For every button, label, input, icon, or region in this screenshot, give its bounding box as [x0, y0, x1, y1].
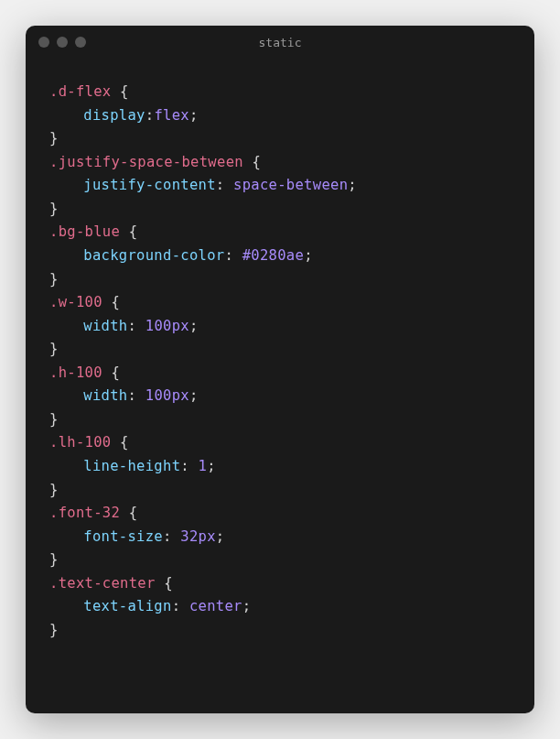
code-window: static .d-flex {display:flex;}.justify-s… — [26, 26, 534, 713]
css-property: display — [83, 107, 145, 124]
css-selector: .w-100 — [49, 294, 102, 310]
code-line-close: } — [49, 198, 511, 222]
css-property: font-size — [83, 528, 163, 545]
open-brace: { — [120, 223, 137, 240]
code-line-selector: .h-100 { — [49, 362, 511, 386]
semicolon: ; — [189, 318, 199, 334]
code-line-declaration: justify-content: space-between; — [49, 174, 511, 198]
code-line-close: } — [49, 338, 511, 362]
code-line-close: } — [49, 619, 511, 643]
code-line-close: } — [49, 408, 511, 432]
open-brace: { — [111, 434, 128, 451]
open-brace: { — [156, 575, 173, 592]
code-line-close: } — [49, 127, 511, 151]
css-property: width — [83, 387, 127, 404]
colon: : — [172, 598, 189, 614]
open-brace: { — [102, 364, 120, 381]
css-selector: .d-flex — [49, 83, 111, 100]
colon: : — [163, 528, 180, 545]
close-brace: } — [49, 411, 59, 428]
css-selector: .lh-100 — [49, 434, 111, 451]
window-title: static — [26, 36, 534, 49]
code-line-selector: .lh-100 { — [49, 431, 511, 455]
code-line-selector: .bg-blue { — [49, 221, 511, 245]
code-line-declaration: text-align: center; — [49, 595, 511, 619]
maximize-icon[interactable] — [75, 37, 86, 48]
css-property: justify-content — [83, 177, 215, 193]
code-area: .d-flex {display:flex;}.justify-space-be… — [26, 59, 534, 713]
semicolon: ; — [216, 528, 225, 545]
close-brace: } — [49, 271, 59, 288]
css-selector: .justify-space-between — [49, 154, 243, 170]
open-brace: { — [111, 83, 128, 100]
css-selector: .bg-blue — [49, 223, 120, 240]
css-value: 1 — [199, 458, 208, 474]
semicolon: ; — [304, 247, 313, 264]
close-brace: } — [49, 622, 59, 638]
semicolon: ; — [207, 458, 216, 474]
open-brace: { — [102, 294, 120, 310]
css-property: text-align — [83, 598, 171, 614]
colon: : — [216, 177, 233, 193]
css-property: line-height — [83, 458, 180, 474]
code-line-close: } — [49, 268, 511, 292]
semicolon: ; — [242, 598, 252, 614]
code-line-close: } — [49, 479, 511, 503]
css-value: center — [189, 598, 242, 614]
open-brace: { — [120, 505, 137, 521]
close-icon[interactable] — [38, 37, 49, 48]
code-line-selector: .w-100 { — [49, 291, 511, 315]
colon: : — [180, 458, 198, 474]
code-line-close: } — [49, 549, 511, 572]
colon: : — [224, 247, 242, 264]
css-value: #0280ae — [242, 247, 304, 264]
code-line-declaration: background-color: #0280ae; — [49, 245, 511, 268]
minimize-icon[interactable] — [57, 37, 68, 48]
semicolon: ; — [189, 387, 199, 404]
css-value: flex — [154, 107, 189, 124]
css-selector: .font-32 — [49, 505, 120, 521]
code-line-declaration: width: 100px; — [49, 315, 511, 339]
css-value: 32px — [180, 528, 216, 545]
semicolon: ; — [348, 177, 357, 193]
open-brace: { — [243, 154, 261, 170]
code-line-declaration: font-size: 32px; — [49, 526, 511, 549]
code-line-selector: .d-flex { — [49, 81, 511, 104]
code-line-selector: .text-center { — [49, 572, 511, 596]
close-brace: } — [49, 551, 59, 568]
css-selector: .h-100 — [49, 364, 102, 381]
close-brace: } — [49, 130, 59, 147]
css-property: background-color — [83, 247, 224, 264]
code-line-selector: .justify-space-between { — [49, 151, 511, 175]
titlebar: static — [26, 26, 534, 59]
code-line-declaration: display:flex; — [49, 104, 511, 128]
colon: : — [145, 107, 155, 124]
close-brace: } — [49, 482, 59, 498]
traffic-lights — [38, 37, 86, 48]
code-line-declaration: line-height: 1; — [49, 455, 511, 479]
css-value: 100px — [145, 318, 189, 334]
colon: : — [127, 318, 145, 334]
semicolon: ; — [189, 107, 199, 124]
close-brace: } — [49, 341, 59, 357]
colon: : — [127, 387, 145, 404]
css-value: 100px — [145, 387, 189, 404]
close-brace: } — [49, 201, 59, 217]
css-value: space-between — [233, 177, 348, 193]
css-selector: .text-center — [49, 575, 156, 592]
code-line-declaration: width: 100px; — [49, 385, 511, 408]
code-line-selector: .font-32 { — [49, 502, 511, 526]
css-property: width — [83, 318, 127, 334]
